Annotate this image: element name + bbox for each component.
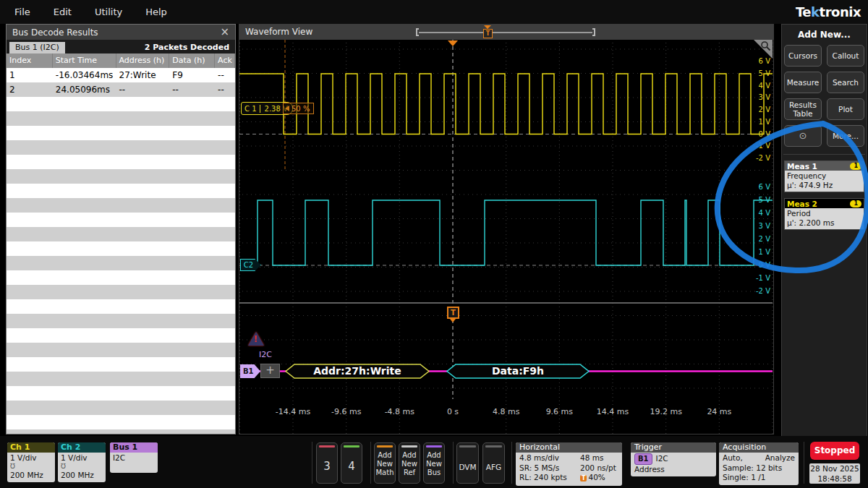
tool-glyph-icon: ⊙ bbox=[799, 131, 807, 142]
waveform-title: Waveform View bbox=[245, 27, 312, 37]
pan-zoom-track[interactable] bbox=[419, 32, 592, 33]
horizontal-row: 4.8 ms/div48 ms bbox=[519, 453, 618, 463]
acquisition-mode: Auto, bbox=[723, 453, 743, 463]
meas-body: Frequencyµ': 474.9 Hz bbox=[785, 171, 864, 192]
dvm-button[interactable]: DVM bbox=[456, 442, 479, 484]
table-cell: 27:Write bbox=[116, 68, 170, 82]
ch1-scale-label: -2 V bbox=[747, 154, 770, 163]
time-axis-label: 24 ms bbox=[697, 407, 741, 416]
meas-value: µ': 474.9 Hz bbox=[787, 181, 861, 190]
table-row[interactable]: 224.05096ms------ bbox=[7, 82, 235, 97]
acquisition-card-body: Auto, Analyze Sample: 12 bits Single: 1 … bbox=[719, 453, 799, 485]
channel-button-label: 3 bbox=[317, 460, 337, 473]
trigger-position-icon[interactable] bbox=[448, 40, 458, 46]
results-panel-title-bar[interactable]: Bus Decode Results × bbox=[7, 25, 235, 40]
date-text: 28 Nov 2025 bbox=[809, 463, 860, 474]
meas-card-2[interactable]: Meas 21Periodµ': 2.200 ms bbox=[784, 198, 864, 230]
table-cell: -- bbox=[116, 82, 170, 97]
add-new-math-button[interactable]: Add New Math bbox=[374, 442, 396, 484]
add-new-ref-button[interactable]: Add New Ref bbox=[399, 442, 420, 484]
meas-value: µ': 2.200 ms bbox=[787, 218, 861, 228]
ch2-scale-label: -1 V bbox=[747, 274, 770, 283]
add-new-title: Add New... bbox=[782, 30, 867, 40]
results-panel-title: Bus Decode Results bbox=[12, 27, 98, 38]
ch1-scale-label: 2 V bbox=[747, 106, 770, 114]
table-cell: -- bbox=[169, 82, 215, 97]
add-new-search-button[interactable]: Search bbox=[827, 72, 864, 93]
table-cell: -- bbox=[215, 68, 235, 82]
table-row[interactable]: 1-16.03464ms27:WriteF9-- bbox=[7, 68, 235, 82]
channel-4-button[interactable]: 4 bbox=[341, 442, 362, 484]
trigger-time-marker[interactable]: T bbox=[447, 307, 459, 319]
add-new-measure-button[interactable]: Measure bbox=[784, 72, 822, 93]
crosshair-handle[interactable]: + bbox=[260, 364, 280, 378]
afg-button[interactable]: AFG bbox=[482, 442, 505, 484]
packets-decoded-status: 2 Packets Decoded bbox=[145, 43, 232, 53]
waveform-canvas: Addr:27h:Write Data:F9h bbox=[239, 40, 773, 434]
bar-divider bbox=[453, 442, 454, 484]
add-new-bus-button[interactable]: Add New Bus bbox=[423, 442, 445, 484]
horizontal-card[interactable]: Horizontal 4.8 ms/div48 msSR: 5 MS/s200 … bbox=[516, 442, 622, 486]
pan-zoom-left-handle[interactable] bbox=[416, 28, 419, 36]
trigger-type: Address bbox=[634, 465, 712, 475]
warning-icon[interactable]: ! bbox=[248, 332, 264, 346]
acquisition-sample: Sample: 12 bits bbox=[723, 463, 795, 474]
add-new-results-table-button[interactable]: Results Table bbox=[784, 98, 822, 120]
menu-item-edit[interactable]: Edit bbox=[54, 7, 72, 17]
add-new-cursors-button[interactable]: Cursors bbox=[784, 45, 822, 67]
add-color-stripe bbox=[426, 445, 442, 448]
tab-bus1-i2c[interactable]: Bus 1 (I2C) bbox=[9, 42, 65, 53]
ch1-settings-card[interactable]: Ch 1 1 V/div ℧ 200 MHz bbox=[7, 442, 55, 482]
meas-header: Meas 21 bbox=[785, 199, 864, 208]
zoom-corner[interactable] bbox=[754, 40, 773, 59]
bus-type-label: I2C bbox=[259, 350, 272, 359]
trigger-level-marker[interactable]: 50 % bbox=[283, 103, 314, 114]
time-text: 18:48:58 bbox=[809, 474, 860, 484]
menu-item-file[interactable]: File bbox=[14, 7, 30, 17]
time-axis-label: -14.4 ms bbox=[271, 407, 315, 416]
ch2-waveform[interactable] bbox=[240, 200, 773, 265]
ch2-bandwidth: 200 MHz bbox=[61, 471, 103, 480]
add-new-callout-button[interactable]: Callout bbox=[827, 45, 864, 67]
close-icon[interactable]: × bbox=[220, 27, 229, 38]
add-color-stripe bbox=[401, 445, 417, 448]
time-axis-label: 9.6 ms bbox=[537, 407, 581, 416]
channel-3-button[interactable]: 3 bbox=[316, 442, 338, 484]
pan-zoom-right-handle[interactable] bbox=[592, 28, 595, 36]
meas-card-1[interactable]: Meas 11Frequencyµ': 474.9 Hz bbox=[784, 160, 864, 192]
time-axis-label: 14.4 ms bbox=[591, 407, 634, 416]
menu-item-utility[interactable]: Utility bbox=[95, 7, 122, 17]
results-tab-strip: Bus 1 (I2C) 2 Packets Decoded bbox=[7, 40, 235, 53]
tool-stripe bbox=[459, 445, 476, 448]
horizontal-cell: 200 ns/pt bbox=[580, 463, 616, 474]
decode-data-label: Data:F9h bbox=[492, 365, 544, 377]
source-badge: 1 bbox=[850, 200, 861, 207]
ch2-card-body: 1 V/div ℧ 200 MHz bbox=[58, 453, 106, 482]
bus1-settings-card[interactable]: Bus 1 I2C bbox=[110, 442, 158, 473]
minimap-trigger-marker[interactable]: T bbox=[483, 29, 493, 38]
horizontal-row: SR: 5 MS/s200 ns/pt bbox=[519, 463, 618, 474]
ch1-bandwidth: 200 MHz bbox=[10, 471, 52, 480]
ch2-settings-card[interactable]: Ch 2 1 V/div ℧ 200 MHz bbox=[58, 442, 106, 482]
add-new-plot-button[interactable]: Plot bbox=[827, 98, 864, 120]
ch1-card-label: Ch 1 bbox=[7, 442, 55, 453]
waveform-graticule[interactable]: Addr:27h:Write Data:F9h C 1 2.38 V 50 % … bbox=[239, 40, 773, 434]
column-header: Start Time bbox=[53, 53, 116, 68]
column-header: Address (h) bbox=[116, 53, 170, 68]
add-button-label: Add New Bus bbox=[424, 451, 444, 477]
table-body[interactable]: 1-16.03464ms27:WriteF9--224.05096ms-----… bbox=[7, 68, 235, 434]
acquisition-card[interactable]: Acquisition Auto, Analyze Sample: 12 bit… bbox=[719, 442, 799, 485]
add-new-more-button[interactable]: More... bbox=[827, 125, 864, 147]
menu-bar: FileEditUtilityHelp Tektronix bbox=[0, 0, 868, 24]
run-stop-button[interactable]: Stopped bbox=[810, 442, 859, 460]
waveform-title-bar[interactable]: Waveform View T bbox=[239, 25, 773, 40]
add-new-icon-button[interactable]: ⊙ bbox=[784, 125, 822, 147]
menu-item-help[interactable]: Help bbox=[145, 7, 167, 17]
trigger-position-flag-icon: T bbox=[580, 475, 587, 481]
horizontal-cell: RL: 240 kpts bbox=[519, 473, 580, 484]
horizontal-row: RL: 240 kptsT40% bbox=[519, 473, 618, 484]
trigger-card[interactable]: Trigger B1 I2C Address bbox=[631, 442, 716, 476]
meas-body: Periodµ': 2.200 ms bbox=[785, 208, 864, 229]
source-badge: 1 bbox=[850, 163, 861, 170]
ch2-scale-label: 2 V bbox=[747, 235, 770, 244]
